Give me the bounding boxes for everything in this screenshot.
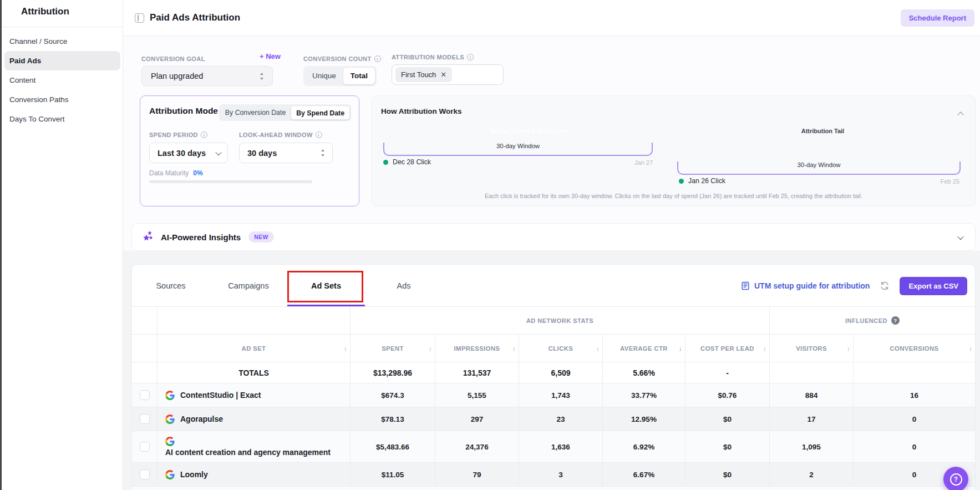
- refresh-button[interactable]: [880, 281, 890, 291]
- export-csv-button[interactable]: Export as CSV: [900, 277, 967, 295]
- conversions-cell: 16: [854, 383, 975, 407]
- visitors-cell: 17: [770, 407, 854, 431]
- sidebar-item-content[interactable]: Content: [2, 70, 123, 90]
- column-clicks[interactable]: CLICKS↕: [519, 335, 603, 362]
- totals-spent: $13,298.96: [351, 362, 435, 383]
- cost-per-lead-cell: $0: [686, 431, 770, 462]
- expand-button[interactable]: [958, 232, 963, 242]
- help-button[interactable]: ?: [943, 467, 968, 490]
- sparkles-icon: [143, 231, 155, 243]
- totals-row: TOTALS $13,298.96 131,537 6,509 5.66% -: [132, 362, 975, 383]
- average-ctr-cell: 33.77%: [603, 383, 686, 407]
- conversion-goal-value: Plan upgraded: [151, 72, 203, 80]
- totals-spacer: [132, 362, 158, 383]
- table-row[interactable]: Loomly $11.05 79 3 6.67% $0 2 0: [132, 463, 975, 487]
- select-all-column: [132, 335, 158, 362]
- row-checkbox[interactable]: [140, 469, 150, 479]
- sort-icon[interactable]: ↕: [344, 345, 347, 352]
- ai-insights-bar[interactable]: AI-Powered Insights NEW: [131, 223, 976, 251]
- column-cost-per-lead[interactable]: COST PER LEAD↕: [686, 335, 770, 362]
- sidebar-item-days-to-convert[interactable]: Days To Convert: [2, 109, 123, 129]
- sort-desc-icon[interactable]: ↓: [679, 345, 682, 352]
- sort-icon[interactable]: ↕: [596, 345, 600, 352]
- schedule-report-button[interactable]: Schedule Report: [901, 9, 974, 27]
- utm-setup-guide-link[interactable]: UTM setup guide for attribution: [741, 281, 870, 290]
- info-icon[interactable]: [374, 55, 381, 62]
- help-icon[interactable]: ?: [891, 316, 900, 325]
- tab-sources[interactable]: Sources: [132, 281, 210, 290]
- totals-average-ctr: 5.66%: [603, 362, 686, 383]
- table-row[interactable]: AI content creation and agency managemen…: [132, 431, 975, 463]
- sidebar: Attribution Channel / Source Paid Ads Co…: [2, 0, 123, 490]
- look-ahead-label: LOOK-AHEAD WINDOW: [239, 132, 322, 138]
- column-average-ctr[interactable]: AVERAGE CTR↓: [603, 335, 686, 362]
- chevron-up-icon: [957, 112, 963, 118]
- ad-set-name: Agorapulse: [180, 415, 223, 423]
- info-icon[interactable]: [316, 132, 322, 138]
- conversions-cell: 0: [854, 431, 975, 462]
- column-impressions[interactable]: IMPRESSIONS↕: [435, 335, 519, 362]
- attribution-timeline: Active Spend & Attribution Attribution T…: [381, 124, 967, 138]
- group-ad-network-stats: AD NETWORK STATS: [351, 307, 770, 334]
- column-ad-set[interactable]: AD SET↕: [158, 335, 351, 362]
- partial-next-row: [132, 487, 975, 490]
- sidebar-item-channel-source[interactable]: Channel / Source: [2, 32, 123, 51]
- attribution-models-select[interactable]: First Touch ✕: [392, 64, 504, 85]
- column-conversions[interactable]: CONVERSIONS↕: [854, 335, 975, 362]
- close-icon[interactable]: ✕: [440, 71, 446, 78]
- column-spent[interactable]: SPENT↕: [351, 335, 435, 362]
- collapse-button[interactable]: [958, 109, 963, 119]
- sidebar-title: Attribution: [21, 6, 69, 17]
- attribution-table-card: Sources Campaigns Ad Sets Ads UTM setup …: [131, 264, 976, 490]
- tab-ad-sets[interactable]: Ad Sets: [287, 281, 365, 290]
- table-row[interactable]: ContentStudio | Exact $674.3 5,155 1,743…: [132, 383, 975, 407]
- sort-icon[interactable]: ↕: [512, 345, 516, 352]
- sidebar-divider: [2, 27, 123, 27]
- info-icon[interactable]: [467, 54, 474, 60]
- totals-clicks: 6,509: [519, 362, 603, 383]
- google-ads-icon: [165, 437, 175, 446]
- look-ahead-select[interactable]: 30 days: [239, 143, 333, 163]
- panel-toggle-icon[interactable]: [135, 13, 144, 23]
- conversion-goal-select[interactable]: Plan upgraded: [141, 66, 273, 86]
- sort-icon[interactable]: ↕: [429, 345, 432, 352]
- ad-set-name-cell[interactable]: Loomly: [158, 463, 351, 486]
- book-icon: [741, 281, 750, 290]
- impressions-cell: 297: [435, 407, 519, 431]
- spent-cell: $674.3: [351, 383, 435, 407]
- table-row[interactable]: Agorapulse $78.13 297 23 12.95% $0 17 0: [132, 407, 975, 431]
- sidebar-item-conversion-paths[interactable]: Conversion Paths: [2, 90, 123, 109]
- row-checkbox[interactable]: [140, 390, 150, 400]
- toggle-by-conversion-date[interactable]: By Conversion Date: [220, 105, 291, 120]
- row-checkbox[interactable]: [140, 442, 150, 452]
- ad-set-name-cell[interactable]: Agorapulse: [158, 407, 351, 431]
- question-mark-icon: ?: [950, 473, 962, 486]
- data-maturity: Data Maturity0%: [149, 169, 203, 177]
- tab-ads[interactable]: Ads: [365, 281, 443, 290]
- toggle-by-spend-date[interactable]: By Spend Date: [291, 105, 350, 120]
- sort-icon[interactable]: ↕: [847, 345, 850, 352]
- ad-set-name-cell[interactable]: AI content creation and agency managemen…: [158, 431, 351, 462]
- info-icon[interactable]: [201, 132, 207, 138]
- table-tabs: Sources Campaigns Ad Sets Ads UTM setup …: [132, 265, 975, 307]
- column-visitors[interactable]: VISITORS↕: [770, 335, 854, 362]
- active-tab-underline: [287, 305, 365, 307]
- visitors-cell: 884: [770, 383, 854, 407]
- ad-set-name: ContentStudio | Exact: [180, 391, 261, 400]
- group-spacer: [132, 307, 158, 334]
- ai-insights-title: AI-Powered Insights: [161, 233, 241, 242]
- toggle-unique[interactable]: Unique: [305, 68, 343, 84]
- spend-period-select[interactable]: Last 30 days: [149, 143, 228, 163]
- sort-icon[interactable]: ↕: [969, 345, 972, 352]
- toggle-total[interactable]: Total: [343, 68, 375, 84]
- new-goal-link[interactable]: + New: [260, 52, 281, 60]
- sort-icon[interactable]: ↕: [763, 345, 766, 352]
- sidebar-item-paid-ads[interactable]: Paid Ads: [4, 51, 120, 70]
- average-ctr-cell: 6.92%: [603, 431, 686, 462]
- tab-campaigns[interactable]: Campaigns: [210, 281, 287, 290]
- ad-set-name-cell[interactable]: ContentStudio | Exact: [158, 383, 351, 407]
- table-group-header: AD NETWORK STATS INFLUENCED ?: [132, 307, 975, 335]
- row-checkbox-cell: [132, 431, 158, 462]
- ad-set-name: Loomly: [180, 470, 208, 479]
- row-checkbox[interactable]: [140, 414, 150, 424]
